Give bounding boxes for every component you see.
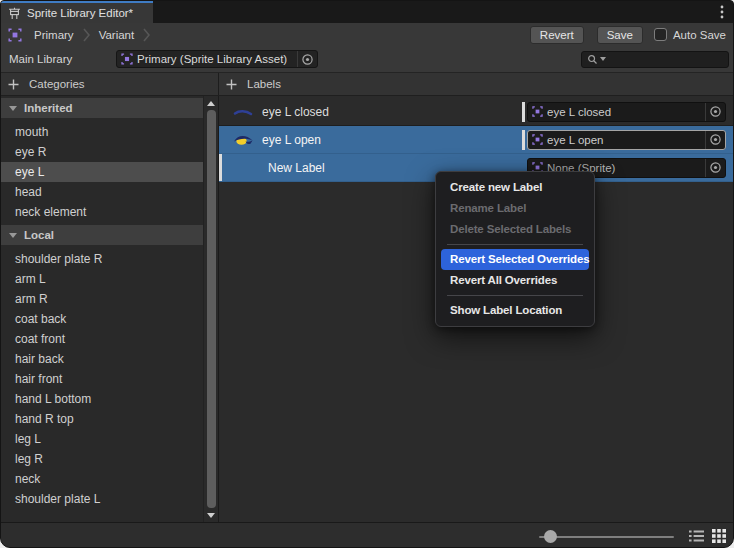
kebab-menu-icon	[720, 5, 724, 19]
revert-button[interactable]: Revert	[530, 26, 584, 44]
scroll-down-button[interactable]	[207, 510, 215, 520]
add-label-button[interactable]	[226, 79, 237, 90]
tab-title: Sprite Library Editor*	[27, 7, 133, 19]
label-name: eye L closed	[262, 105, 329, 119]
object-picker-icon[interactable]	[705, 131, 722, 149]
sprite-asset-icon	[532, 134, 543, 145]
category-item[interactable]: neck element	[1, 202, 203, 222]
thumbnail-size-slider[interactable]	[539, 536, 674, 538]
category-item[interactable]: head	[1, 182, 203, 202]
override-marker	[522, 102, 525, 122]
categories-list: Inherited mouth eye R eye L head neck el…	[1, 96, 203, 509]
label-row-eye-l-open[interactable]: eye L open eye L open	[219, 126, 733, 154]
main-library-value: Primary (Sprite Library Asset)	[137, 53, 293, 65]
scroll-up-button[interactable]	[207, 98, 215, 108]
category-item[interactable]: hair back	[1, 349, 203, 369]
category-item[interactable]: neck	[1, 469, 203, 489]
toolbar: Primary Variant Revert Save Auto Save	[1, 23, 733, 46]
search-field[interactable]	[581, 51, 729, 68]
eye-open-sprite-thumbnail	[232, 132, 254, 148]
auto-save-label: Auto Save	[673, 29, 726, 41]
search-dropdown-caret-icon[interactable]	[600, 57, 606, 62]
label-row-eye-l-closed[interactable]: eye L closed eye L closed	[219, 98, 733, 126]
scrollbar-thumb[interactable]	[207, 110, 216, 508]
menu-separator	[447, 295, 583, 296]
foldout-local[interactable]: Local	[1, 225, 203, 245]
chevron-right-icon	[143, 28, 150, 42]
save-button[interactable]: Save	[597, 26, 643, 44]
category-item[interactable]: coat back	[1, 309, 203, 329]
auto-save-checkbox[interactable]	[654, 28, 667, 41]
arrow-down-icon	[207, 513, 215, 518]
categories-header: Categories	[1, 73, 219, 95]
category-item[interactable]: hair front	[1, 369, 203, 389]
slider-knob[interactable]	[544, 530, 557, 543]
categories-panel: Inherited mouth eye R eye L head neck el…	[1, 96, 219, 522]
bottom-bar	[1, 522, 733, 548]
chevron-right-icon	[83, 28, 90, 42]
label-name: New Label	[268, 161, 325, 175]
menu-item-delete-selected-labels: Delete Selected Labels	[436, 219, 594, 240]
menu-item-revert-all-overrides[interactable]: Revert All Overrides	[436, 270, 594, 291]
sprite-object-field[interactable]: eye L closed	[527, 102, 726, 122]
categories-header-label: Categories	[29, 78, 85, 90]
category-item[interactable]: eye R	[1, 142, 203, 162]
main-library-label: Main Library	[9, 53, 116, 65]
object-picker-icon[interactable]	[705, 159, 722, 177]
tab-sprite-library-editor[interactable]: Sprite Library Editor*	[1, 1, 153, 23]
triangle-down-icon	[9, 233, 17, 238]
sprite-asset-icon	[532, 106, 543, 117]
category-item[interactable]: shoulder plate R	[1, 249, 203, 269]
labels-header-label: Labels	[247, 78, 281, 90]
search-icon	[587, 54, 598, 65]
breadcrumb-primary[interactable]: Primary	[34, 29, 74, 41]
add-category-button[interactable]	[8, 79, 19, 90]
menu-separator	[447, 244, 583, 245]
category-item[interactable]: mouth	[1, 122, 203, 142]
grid-view-button[interactable]	[712, 529, 726, 543]
override-marker	[219, 154, 222, 181]
sprite-library-asset-icon	[121, 53, 133, 65]
object-picker-icon[interactable]	[705, 103, 722, 121]
categories-scrollbar[interactable]	[203, 96, 218, 522]
search-input[interactable]	[608, 52, 723, 66]
triangle-down-icon	[9, 106, 17, 111]
main-library-row: Main Library Primary (Sprite Library Ass…	[1, 46, 733, 73]
main-library-object-field[interactable]: Primary (Sprite Library Asset)	[116, 50, 318, 68]
category-item-selected[interactable]: eye L	[1, 162, 203, 182]
override-marker	[522, 130, 525, 150]
context-menu: Create new Label Rename Label Delete Sel…	[435, 171, 595, 327]
menu-item-create-new-label[interactable]: Create new Label	[436, 177, 594, 198]
category-item[interactable]: coat front	[1, 329, 203, 349]
object-picker-icon[interactable]	[297, 51, 314, 67]
category-item[interactable]: arm R	[1, 289, 203, 309]
content-area: Inherited mouth eye R eye L head neck el…	[1, 96, 733, 522]
category-item[interactable]: hand L bottom	[1, 389, 203, 409]
category-item[interactable]: arm L	[1, 269, 203, 289]
sprite-library-editor-icon	[8, 7, 21, 20]
category-item[interactable]: leg R	[1, 449, 203, 469]
labels-header: Labels	[219, 73, 733, 95]
category-item[interactable]: hand R top	[1, 409, 203, 429]
window-menu-button[interactable]	[720, 1, 724, 23]
category-item[interactable]: leg L	[1, 429, 203, 449]
arrow-up-icon	[207, 101, 215, 106]
sprite-object-field-focused[interactable]: eye L open	[527, 130, 726, 150]
foldout-inherited[interactable]: Inherited	[1, 98, 203, 118]
category-item[interactable]: shoulder plate L	[1, 489, 203, 509]
sprite-library-icon	[8, 28, 22, 42]
breadcrumb-variant[interactable]: Variant	[99, 29, 135, 41]
list-view-button[interactable]	[689, 530, 704, 542]
panel-headers: Categories Labels	[1, 73, 733, 96]
sprite-library-editor-window: Sprite Library Editor* Primary Variant	[0, 0, 734, 548]
menu-item-revert-selected-overrides[interactable]: Revert Selected Overrides	[441, 249, 589, 270]
eye-closed-sprite-thumbnail	[232, 104, 254, 120]
menu-item-rename-label: Rename Label	[436, 198, 594, 219]
label-name: eye L open	[262, 133, 321, 147]
tab-bar: Sprite Library Editor*	[1, 1, 733, 23]
menu-item-show-label-location[interactable]: Show Label Location	[436, 300, 594, 321]
